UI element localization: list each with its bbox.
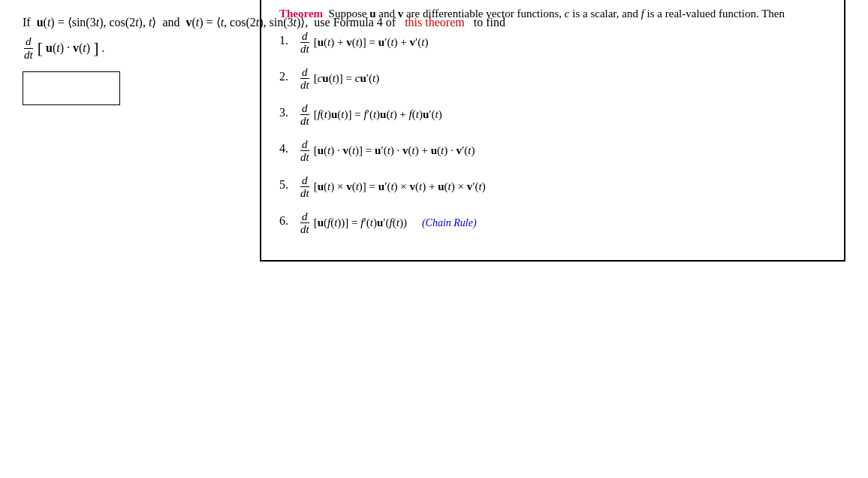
main-content: d dt [ u(t) · v(t) ] . Theorem Suppose u…	[23, 35, 845, 262]
frac-2: d dt	[299, 66, 311, 92]
item1-expr: [u(t) + v(t)] = u′(t) + v′(t)	[314, 34, 429, 51]
frac-4: d dt	[299, 138, 311, 164]
item-content-3: d dt [f(t)u(t)] = f′(t)u(t) + f(t)u′(t)	[299, 102, 442, 128]
bracket-open: [	[38, 38, 43, 58]
period: .	[101, 41, 104, 55]
frac-numerator: d	[24, 35, 33, 49]
frac-6: d dt	[299, 210, 311, 236]
item-content-5: d dt [u(t) × v(t)] = u′(t) × v(t) + u(t)…	[299, 174, 486, 200]
item6-expr: [u(f(t))] = f′(t)u′(f(t))	[314, 214, 407, 231]
item-num-3: 3.	[279, 102, 293, 122]
answer-input-box[interactable]	[23, 71, 120, 105]
theorem-item-1: 1. d dt [u(t) + v(t)] = u′(t) + v′(t)	[279, 30, 826, 56]
theorem-item-2: 2. d dt [cu(t)] = cu′(t)	[279, 66, 826, 92]
item-content-1: d dt [u(t) + v(t)] = u′(t) + v′(t)	[299, 30, 429, 56]
theorem-item-3: 3. d dt [f(t)u(t)] = f′(t)u(t) + f(t)u′(…	[279, 102, 826, 128]
item-num-2: 2.	[279, 66, 293, 86]
item5-expr: [u(t) × v(t)] = u′(t) × v(t) + u(t) × v′…	[314, 178, 486, 195]
item-content-4: d dt [u(t) · v(t)] = u′(t) · v(t) + u(t)…	[299, 138, 475, 164]
left-column: d dt [ u(t) · v(t) ] .	[23, 35, 135, 105]
frac-3: d dt	[299, 102, 311, 128]
item-content-6: d dt [u(f(t))] = f′(t)u′(f(t)) (Chain Ru…	[299, 210, 477, 236]
theorem-item-6: 6. d dt [u(f(t))] = f′(t)u′(f(t)) (Chain…	[279, 210, 826, 236]
item-content-2: d dt [cu(t)] = cu′(t)	[299, 66, 379, 92]
item-num-1: 1.	[279, 30, 293, 50]
frac-denominator: dt	[23, 49, 35, 62]
derivative-expression: d dt [ u(t) · v(t) ] .	[23, 35, 135, 61]
chain-rule-note[interactable]: (Chain Rule)	[422, 215, 477, 231]
frac-1: d dt	[299, 30, 311, 56]
and-connector: and	[159, 16, 182, 29]
bracket-close: ]	[93, 38, 98, 58]
item4-expr: [u(t) · v(t)] = u′(t) · v(t) + u(t) · v′…	[314, 142, 475, 159]
u-expr: u(t) · v(t)	[46, 41, 90, 55]
item-num-4: 4.	[279, 138, 293, 158]
item-num-6: 6.	[279, 210, 293, 230]
derivative-fraction: d dt	[23, 35, 35, 61]
theorem-list: 1. d dt [u(t) + v(t)] = u′(t) + v′(t) 2.…	[279, 30, 826, 236]
if-label: If u(t) = ⟨sin(3t), cos(2t), t⟩	[23, 15, 156, 29]
item-num-5: 5.	[279, 174, 293, 194]
theorem-box: Theorem Suppose u and v are differentiab…	[260, 0, 845, 262]
theorem-item-5: 5. d dt [u(t) × v(t)] = u′(t) × v(t) + u…	[279, 174, 826, 200]
item3-expr: [f(t)u(t)] = f′(t)u(t) + f(t)u′(t)	[314, 106, 442, 123]
frac-5: d dt	[299, 174, 311, 200]
item2-expr: [cu(t)] = cu′(t)	[314, 70, 380, 87]
theorem-header: Theorem Suppose u and v are differentiab…	[279, 5, 826, 23]
theorem-title: Theorem	[279, 8, 323, 20]
theorem-item-4: 4. d dt [u(t) · v(t)] = u′(t) · v(t) + u…	[279, 138, 826, 164]
